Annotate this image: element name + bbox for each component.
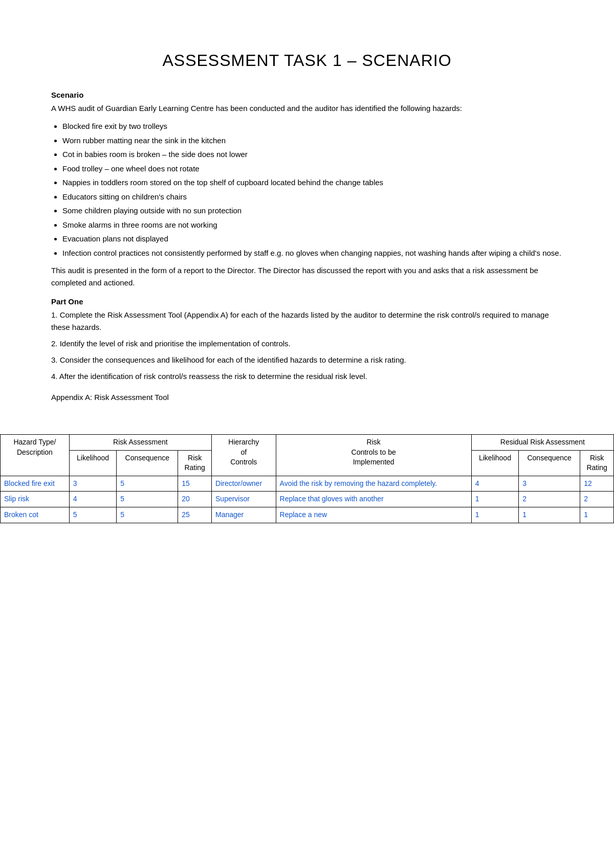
table-row: Broken cot 5 5 25 Manager Replace a new … — [1, 507, 614, 523]
col-consequence: Consequence — [117, 450, 178, 476]
hazard-type: Slip risk — [1, 492, 70, 507]
risk-rating-value: 20 — [178, 492, 212, 507]
col-res-likelihood: Likelihood — [471, 450, 518, 476]
list-item: Nappies in toddlers room stored on the t… — [62, 176, 563, 189]
hierarchy-value: Supervisor — [212, 492, 276, 507]
list-item: Smoke alarms in three rooms are not work… — [62, 218, 563, 232]
res-risk-rating-value: 1 — [580, 507, 614, 523]
list-item: Food trolley – one wheel does not rotate — [62, 162, 563, 175]
res-likelihood-value: 4 — [471, 476, 518, 492]
risk-assessment-table: Hazard Type/Description Risk Assessment … — [0, 434, 614, 523]
list-item: Evacuation plans not displayed — [62, 232, 563, 246]
res-consequence-value: 1 — [519, 507, 580, 523]
part-one-label: Part One — [51, 297, 563, 306]
col-risk-rating: RiskRating — [178, 450, 212, 476]
table-wrapper: Hazard Type/Description Risk Assessment … — [0, 434, 614, 544]
hazard-list: Blocked fire exit by two trolleys Worn r… — [62, 120, 563, 259]
col-likelihood: Likelihood — [69, 450, 116, 476]
col-hazard-type: Hazard Type/Description — [1, 435, 70, 476]
res-consequence-value: 3 — [519, 476, 580, 492]
consequence-value: 5 — [117, 507, 178, 523]
risk-rating-value: 25 — [178, 507, 212, 523]
table-row: Blocked fire exit 3 5 15 Director/owner … — [1, 476, 614, 492]
hazard-type: Broken cot — [1, 507, 70, 523]
list-item: Cot in babies room is broken – the side … — [62, 148, 563, 161]
col-risk-controls: RiskControls to beImplemented — [276, 435, 471, 476]
col-res-consequence: Consequence — [519, 450, 580, 476]
list-item: Infection control practices not consiste… — [62, 247, 563, 260]
list-item: Blocked fire exit by two trolleys — [62, 120, 563, 133]
consequence-value: 5 — [117, 492, 178, 507]
res-risk-rating-value: 12 — [580, 476, 614, 492]
numbered-list: 1. Complete the Risk Assessment Tool (Ap… — [51, 309, 563, 383]
col-risk-assessment: Risk Assessment — [69, 435, 211, 451]
consequence-value: 5 — [117, 476, 178, 492]
col-res-risk-rating: RiskRating — [580, 450, 614, 476]
hierarchy-value: Manager — [212, 507, 276, 523]
res-risk-rating-value: 2 — [580, 492, 614, 507]
likelihood-value: 3 — [69, 476, 116, 492]
list-item: 3. Consider the consequences and likelih… — [51, 354, 563, 366]
page-container: ASSESSMENT TASK 1 – SCENARIO Scenario A … — [0, 0, 614, 434]
res-consequence-value: 2 — [519, 492, 580, 507]
controls-value: Replace a new — [276, 507, 471, 523]
likelihood-value: 4 — [69, 492, 116, 507]
res-likelihood-value: 1 — [471, 507, 518, 523]
scenario-label: Scenario — [51, 91, 563, 99]
hierarchy-value: Director/owner — [212, 476, 276, 492]
appendix-label: Appendix A: Risk Assessment Tool — [51, 393, 563, 402]
list-item: 1. Complete the Risk Assessment Tool (Ap… — [51, 309, 563, 333]
scenario-intro: A WHS audit of Guardian Early Learning C… — [51, 102, 563, 115]
part-one-section: Part One 1. Complete the Risk Assessment… — [51, 297, 563, 383]
list-item: 2. Identify the level of risk and priori… — [51, 338, 563, 350]
list-item: Worn rubber matting near the sink in the… — [62, 134, 563, 147]
risk-rating-value: 15 — [178, 476, 212, 492]
col-hierarchy: HierarchyofControls — [212, 435, 276, 476]
table-header-row-1: Hazard Type/Description Risk Assessment … — [1, 435, 614, 451]
scenario-section: Scenario A WHS audit of Guardian Early L… — [51, 91, 563, 289]
col-residual-risk: Residual Risk Assessment — [471, 435, 613, 451]
controls-value: Avoid the risk by removing the hazard co… — [276, 476, 471, 492]
hazard-type: Blocked fire exit — [1, 476, 70, 492]
controls-value: Replace that gloves with another — [276, 492, 471, 507]
list-item: Educators sitting on children's chairs — [62, 190, 563, 204]
page-title: ASSESSMENT TASK 1 – SCENARIO — [51, 51, 563, 70]
list-item: 4. After the identification of risk cont… — [51, 370, 563, 383]
list-item: Some children playing outside with no su… — [62, 204, 563, 217]
likelihood-value: 5 — [69, 507, 116, 523]
audit-paragraph: This audit is presented in the form of a… — [51, 264, 563, 289]
res-likelihood-value: 1 — [471, 492, 518, 507]
table-row: Slip risk 4 5 20 Supervisor Replace that… — [1, 492, 614, 507]
